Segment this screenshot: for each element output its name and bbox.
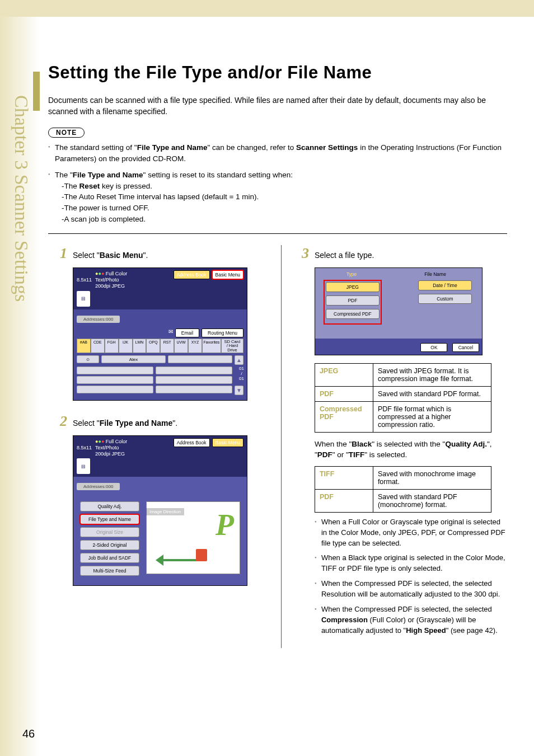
name-custom-button[interactable]: Custom [418,294,472,304]
note-sub: -The power is turned OFF. [55,203,507,214]
tab-fgh[interactable]: FGH [105,339,119,354]
cell-value: Saved with standard PDF (monochrome) for… [373,489,491,512]
screenshot-file-type-name: 8.5x11 ●●● Full Color Text/Photo 200dpi … [73,435,247,586]
tab-xyz[interactable]: XYZ [188,339,202,354]
multi-size-button[interactable]: Multi-Size Feed [80,566,139,576]
file-type-table: JPEGSaved with JPEG format. It is compre… [315,363,491,433]
text: " can be changed, refer to [207,143,296,152]
routing-menu-button[interactable]: Routing Menu [202,328,243,337]
contact-empty[interactable] [77,386,153,393]
text-bold: Scanner Settings [296,143,358,152]
contact-alex[interactable]: Alex [101,355,166,363]
type-compressed-pdf-button[interactable]: Compressed PDF [326,309,380,319]
step-number: 2 [48,413,67,430]
contact-empty[interactable] [156,386,232,393]
contact-empty[interactable] [156,367,232,374]
email-button[interactable]: Email [175,328,199,337]
bullet-list: When a Full Color or Grayscale type orig… [315,517,507,636]
table-row: PDFSaved with standard PDF (monochrome) … [315,489,491,512]
contact-empty[interactable] [156,376,232,384]
cell-key: JPEG [315,364,373,387]
cell-value: PDF file format which is compressed at a… [373,402,491,433]
table-row: TIFFSaved with monochrome image format. [315,466,491,489]
type-pdf-button[interactable]: PDF [326,295,380,306]
tab-ijk[interactable]: IJK [119,339,133,354]
text-bold: File Type and Name [73,171,143,179]
mail-icon: ✉ [168,328,173,337]
text: The " [55,171,73,179]
type-column-label: Type [346,271,357,277]
table-row: JPEGSaved with JPEG format. It is compre… [315,364,491,387]
note-list: The standard setting of "File Type and N… [48,142,507,224]
page-number: 46 [22,727,35,740]
original-size-button[interactable]: Original Size [80,527,139,537]
step-3: 3 Select a file type. Type File Name JPE… [290,245,507,636]
cell-value: Saved with standard PDF format. [373,387,491,402]
contact-empty[interactable] [168,355,232,363]
chapter-side-label: Chapter 3 Scanner Settings [11,95,32,302]
tab-cde[interactable]: CDE [91,339,105,354]
contact-empty[interactable] [77,367,153,374]
address-book-button[interactable]: Address Book [174,270,210,279]
cell-key: TIFF [315,466,373,489]
job-build-button[interactable]: Job Build and SADF [80,553,139,563]
name-datetime-button[interactable]: Date / Time [418,280,472,290]
scroll-down-button[interactable]: ▼ [235,386,243,395]
contact-empty[interactable] [77,376,153,384]
cell-key: Compressed PDF [315,402,373,433]
cell-key: PDF [315,387,373,402]
doc-mode: Text/Photo [95,277,119,283]
table-row: PDFSaved with standard PDF format. [315,387,491,402]
sd-card-button[interactable]: SD Card / Hard Drive [221,339,243,354]
bullet-item: When the Compressed PDF is selected, the… [315,604,507,636]
step-number: 3 [290,245,309,262]
paper-size: 8.5x11 [77,445,92,450]
two-sided-button[interactable]: 2-Sided Original [80,540,139,550]
step-text: Select "File Type and Name". [73,419,177,428]
intro-paragraph: Documents can be scanned with a file typ… [48,95,507,117]
basic-menu-button[interactable]: Basic Menu [212,438,243,447]
preview-arrow-icon [162,559,205,561]
bullet-item: When the Compressed PDF is selected, the… [315,579,507,600]
cancel-button[interactable]: Cancel [452,343,479,352]
basic-menu-button[interactable]: Basic Menu [212,270,243,279]
page-title: Setting the File Type and/or File Name [48,63,507,83]
color-mode: Full Color [106,439,128,444]
address-book-button[interactable]: Address Book [174,438,210,447]
tab-favorites[interactable]: Favorites [202,339,221,354]
text-bold: File Type and Name [137,143,208,152]
tab-lmn[interactable]: LMN [133,339,147,354]
text: " setting is reset to its standard setti… [143,171,293,179]
tab-opq[interactable]: OPQ [146,339,160,354]
type-jpeg-button[interactable]: JPEG [326,282,380,292]
scroll-up-button[interactable]: ▲ [235,355,243,365]
step-text: Select a file type. [315,251,374,260]
tab-rst[interactable]: RST [160,339,174,354]
file-type-name-button[interactable]: File Type and Name [80,514,139,524]
tab-uvw[interactable]: UVW [174,339,188,354]
note-sub: -The Auto Reset Time interval has lapsed… [55,191,507,203]
bullet-item: When a Black type original is selected i… [315,553,507,574]
addresses-field: Addresses:000 [77,483,120,490]
contact-icon-cell[interactable]: ☺ [77,355,99,363]
paper-size: 8.5x11 [77,277,92,283]
step-1: 1 Select "Basic Menu". 8.5x11 ●●● Full C… [48,245,273,401]
note-item: The standard setting of "File Type and N… [48,142,507,164]
addresses-field: Addresses:000 [77,316,120,323]
table-row: Compressed PDFPDF file format which is c… [315,402,491,433]
step-number: 1 [48,245,67,262]
ok-button[interactable]: OK [420,343,447,352]
color-mode: Full Color [106,271,128,276]
note-badge: NOTE [48,128,85,138]
cell-value: Saved with JPEG format. It is compressio… [373,364,491,387]
resolution: 200dpi JPEG [95,283,125,289]
document-icon: ▤ [77,458,90,474]
quality-adj-button[interactable]: Quality Adj. [80,501,139,511]
tab-ab[interactable]: #AB [77,339,91,354]
heading-accent-bar [33,72,40,111]
cell-value: Saved with monochrome image format. [373,466,491,489]
note-sub: -The Reset key is pressed. [55,181,507,192]
step-2: 2 Select "File Type and Name". 8.5x11 ●●… [48,413,273,586]
screenshot-basic-menu: 8.5x11 ●●● Full Color Text/Photo 200dpi … [73,267,247,401]
text: The standard setting of " [55,143,137,152]
